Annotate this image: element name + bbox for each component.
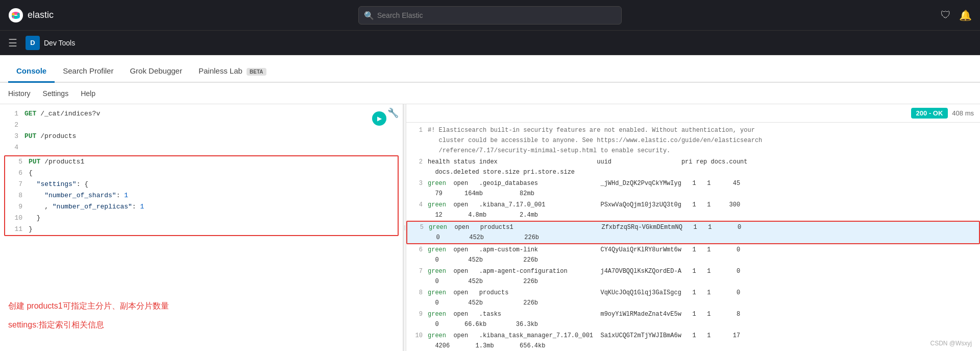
run-button[interactable]: ▶ [372,111,386,126]
top-header: elastic 🔍 Search Elastic 🛡 🔔 [0,0,980,31]
editor-toolbar: ▶ 🔧 [387,107,399,119]
app-logo-text: elastic [28,10,54,20]
search-bar-container: 🔍 Search Elastic [358,6,622,25]
editor-line-5: 5 PUT /products1 [5,156,398,168]
response-line-5: 5 green open products1 ZfxbfzqSRq-VGkmDE… [406,221,980,244]
response-line-content-5: green open products1 ZfxbfzqSRq-VGkmDEmt… [429,222,975,243]
editor-line-6: 6 { [5,168,398,179]
editor-line-3: 3 PUT /products [0,131,403,142]
response-line-number-5: 5 [411,222,424,232]
line-number-7: 7 [8,179,22,190]
response-toolbar: 200 - OK 408 ms [406,104,980,123]
line-content-6: { [29,168,395,179]
tab-grok-debugger[interactable]: Grok Debugger [121,60,190,83]
response-line-number-8: 8 [410,288,423,298]
response-line-number-9: 9 [410,309,423,319]
line-number-6: 6 [8,168,22,179]
line-number-1: 1 [4,108,18,120]
editor-line-4: 4 [0,142,403,153]
svg-point-2 [17,13,20,15]
elastic-logo-icon [8,8,23,23]
time-badge: 408 ms [952,109,974,117]
response-line-2: 2 health status index uuid pri rep docs.… [406,156,980,178]
line-content-7: "settings": { [29,179,395,190]
response-line-1: 1 #! Elasticsearch built-in security fea… [406,125,980,156]
notifications-icon[interactable]: 🛡 [941,9,951,21]
search-wrapper[interactable]: 🔍 Search Elastic [358,6,622,25]
annotation-area: 创建 products1可指定主分片、副本分片数量 settings:指定索引相… [8,301,169,331]
response-line-content-3: green open .geoip_databases _jWHd_DzQK2P… [428,178,976,199]
editor-line-7: 7 "settings": { [5,179,398,190]
highlighted-block: 5 PUT /products1 6 { 7 "settings": { 8 "… [4,155,399,236]
second-header: ☰ D Dev Tools [0,31,980,55]
response-line-number-10: 10 [410,331,423,341]
response-line-content-8: green open products VqKUcJOqQ1Glqj3GaISg… [428,288,976,308]
settings-button[interactable]: Settings [43,89,69,98]
line-number-9: 9 [8,201,22,213]
response-line-content-9: green open .tasks m9oyYiWlRMadeZnat4vE5w… [428,309,976,330]
svg-point-1 [12,13,15,15]
response-line-10: 10 green open .kibana_task_manager_7.17.… [406,330,980,351]
left-panel: 1 GET /_cat/indices?v 2 3 PUT /products … [0,104,403,351]
tab-painless-lab[interactable]: Painless Lab BETA [190,60,275,83]
response-line-number-4: 4 [410,200,423,210]
line-number-11: 11 [8,224,22,235]
line-content-5: PUT /products1 [29,156,395,168]
breadcrumb-label: Dev Tools [44,39,75,47]
svg-point-4 [17,16,19,18]
line-content-11: } [29,224,395,235]
help-button[interactable]: Help [81,89,95,98]
editor-line-10: 10 } [5,213,398,224]
tab-search-profiler[interactable]: Search Profiler [55,60,121,83]
svg-point-3 [12,16,14,18]
line-number-5: 5 [8,156,22,168]
header-right: 🛡 🔔 [941,9,972,21]
editor-line-9: 9 , "number_of_replicas": 1 [5,201,398,213]
response-line-content-2: health status index uuid pri rep docs.co… [428,157,976,177]
response-line-number-3: 3 [410,178,423,189]
status-badge: 200 - OK [911,108,948,119]
response-line-6: 6 green open .apm-custom-link CY4QyUaiQr… [406,244,980,266]
response-line-9: 9 green open .tasks m9oyYiWlRMadeZnat4vE… [406,309,980,330]
response-line-number-1: 1 [410,125,423,135]
wrench-icon[interactable]: 🔧 [387,107,399,119]
history-button[interactable]: History [8,89,31,98]
response-line-number-6: 6 [410,245,423,255]
line-number-2: 2 [4,120,18,131]
line-number-3: 3 [4,131,18,142]
line-content-10: } [29,213,395,224]
response-line-4: 4 green open .kibana_7.17.0_001 PSxwVaQo… [406,199,980,221]
response-line-content-1: #! Elasticsearch built-in security featu… [428,125,976,156]
beta-badge: BETA [247,68,266,76]
response-line-number-7: 7 [410,266,423,276]
response-line-number-2: 2 [410,157,423,167]
line-number-8: 8 [8,190,22,201]
response-line-content-4: green open .kibana_7.17.0_001 PSxwVaQoQj… [428,200,976,220]
line-content-3: PUT /products [24,131,399,142]
annotation-text-2: settings:指定索引相关信息 [8,320,169,331]
search-input[interactable]: Search Elastic [358,6,622,25]
watermark: CSDN @Wsxyj [930,340,972,347]
editor-line-2: 2 [0,120,403,131]
response-line-content-6: green open .apm-custom-link CY4QyUaiQrKl… [428,245,976,265]
line-content-1: GET /_cat/indices?v [24,108,399,120]
annotation-text-1: 创建 products1可指定主分片、副本分片数量 [8,301,169,312]
line-content-9: , "number_of_replicas": 1 [29,201,395,213]
response-line-content-7: green open .apm-agent-configuration j4A7… [428,266,976,287]
search-icon: 🔍 [364,10,374,20]
sub-toolbar: History Settings Help [0,83,980,104]
user-icon[interactable]: 🔔 [959,9,972,21]
response-line-7: 7 green open .apm-agent-configuration j4… [406,266,980,287]
tab-console[interactable]: Console [8,60,55,83]
hamburger-menu-icon[interactable]: ☰ [8,37,17,49]
main-content: 1 GET /_cat/indices?v 2 3 PUT /products … [0,104,980,351]
tabs-bar: Console Search Profiler Grok Debugger Pa… [0,55,980,83]
line-number-10: 10 [8,213,22,224]
response-line-3: 3 green open .geoip_databases _jWHd_DzQK… [406,178,980,199]
line-content-8: "number_of_shards": 1 [29,190,395,201]
response-content[interactable]: 1 #! Elasticsearch built-in security fea… [406,123,980,351]
response-line-content-10: green open .kibana_task_manager_7.17.0_0… [428,331,976,351]
logo-area: elastic [8,8,90,23]
editor-line-8: 8 "number_of_shards": 1 [5,190,398,201]
editor-line-11: 11 } [5,224,398,235]
